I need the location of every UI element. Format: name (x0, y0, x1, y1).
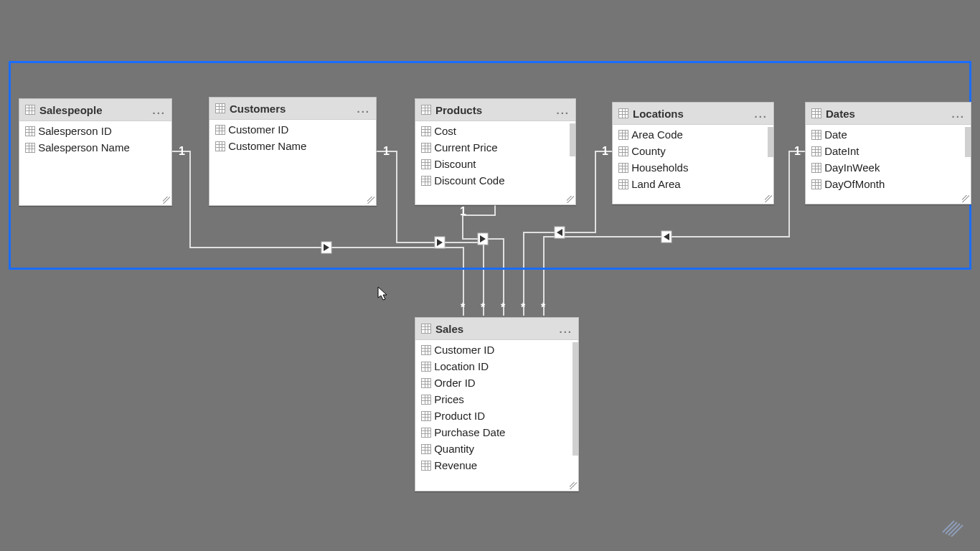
field-label: Date (824, 128, 847, 141)
field-label: Quantity (434, 443, 474, 455)
model-canvas[interactable]: 1 1 1 1 1 * * * * * Salespeople ... Sale… (0, 0, 980, 551)
column-icon (811, 146, 821, 156)
column-icon (421, 126, 431, 136)
field-row[interactable]: County (613, 143, 773, 159)
cardinality-customers-one: 1 (383, 145, 390, 157)
entity-sales[interactable]: Sales ... Customer ID Location ID Order … (415, 317, 579, 491)
field-row[interactable]: Date (806, 126, 971, 143)
field-row[interactable]: Area Code (613, 126, 773, 143)
svg-rect-4 (478, 233, 488, 245)
entity-body: Area Code County Households Land Area (613, 125, 773, 205)
cardinality-dates-one: 1 (794, 145, 801, 157)
field-label: County (631, 145, 666, 157)
field-label: Customer Name (228, 140, 306, 152)
entity-products[interactable]: Products ... Cost Current Price Discount… (415, 98, 576, 205)
entity-header[interactable]: Salespeople ... (19, 99, 171, 121)
entity-header[interactable]: Locations ... (613, 103, 773, 125)
scrollbar-thumb[interactable] (768, 127, 773, 157)
resize-handle[interactable] (765, 195, 772, 202)
field-row[interactable]: Salesperson ID (19, 123, 171, 139)
column-icon (421, 362, 431, 372)
field-row[interactable]: DateInt (806, 143, 971, 159)
entity-header[interactable]: Dates ... (806, 103, 971, 125)
field-label: DayOfMonth (824, 178, 885, 190)
field-label: Location ID (434, 360, 489, 372)
entity-customers[interactable]: Customers ... Customer ID Customer Name (209, 97, 377, 206)
field-label: Area Code (631, 128, 683, 141)
field-row[interactable]: Customer ID (209, 121, 376, 138)
field-row[interactable]: Households (613, 159, 773, 176)
entity-title: Dates (826, 108, 951, 120)
resize-handle[interactable] (570, 482, 577, 489)
field-row[interactable]: Salesperson Name (19, 139, 171, 156)
scrollbar-thumb[interactable] (570, 123, 575, 156)
entity-body: Salesperson ID Salesperson Name (19, 121, 171, 157)
entity-header[interactable]: Customers ... (209, 98, 376, 120)
entity-title: Sales (435, 323, 559, 335)
column-icon (811, 130, 821, 140)
field-row[interactable]: Prices (415, 391, 578, 408)
field-row[interactable]: Land Area (613, 176, 773, 192)
field-row[interactable]: DayInWeek (806, 159, 971, 176)
svg-rect-6 (555, 227, 565, 238)
column-icon (618, 130, 628, 140)
column-icon (215, 141, 225, 151)
column-icon (811, 179, 821, 189)
column-icon (421, 428, 431, 438)
entity-dates[interactable]: Dates ... Date DateInt DayInWeek DayOfMo… (805, 102, 971, 204)
field-label: Land Area (631, 178, 680, 190)
scrollbar-thumb[interactable] (573, 342, 578, 456)
field-row[interactable]: DayOfMonth (806, 176, 971, 192)
column-icon (25, 126, 35, 136)
entity-menu-button[interactable]: ... (559, 323, 574, 335)
field-row[interactable]: Customer Name (209, 138, 376, 154)
entity-salespeople[interactable]: Salespeople ... Salesperson ID Salespers… (19, 98, 172, 206)
entity-body: Customer ID Location ID Order ID Prices … (415, 340, 578, 492)
field-row[interactable]: Current Price (415, 139, 575, 156)
field-row[interactable]: Revenue (415, 457, 578, 474)
resize-handle[interactable] (367, 197, 374, 204)
field-row[interactable]: Discount Code (415, 172, 575, 189)
resize-handle[interactable] (163, 197, 170, 204)
column-icon (811, 163, 821, 173)
table-icon (25, 105, 35, 115)
field-label: DayInWeek (824, 161, 880, 174)
column-icon (25, 143, 35, 153)
entity-menu-button[interactable]: ... (951, 108, 966, 120)
resize-handle[interactable] (962, 195, 969, 202)
field-row[interactable]: Discount (415, 156, 575, 172)
entity-menu-button[interactable]: ... (357, 103, 372, 115)
field-row[interactable]: Cost (415, 123, 575, 139)
field-label: Current Price (434, 141, 497, 154)
entity-menu-button[interactable]: ... (754, 108, 769, 120)
field-row[interactable]: Order ID (415, 375, 578, 391)
entity-title: Products (435, 104, 556, 116)
field-row[interactable]: Location ID (415, 358, 578, 375)
entity-header[interactable]: Products ... (415, 99, 575, 121)
field-label: Customer ID (228, 123, 288, 136)
field-label: Cost (434, 125, 456, 137)
cardinality-many: * (541, 301, 546, 314)
resize-handle[interactable] (567, 196, 574, 203)
column-icon (618, 163, 628, 173)
column-icon (421, 159, 431, 169)
svg-marker-9 (664, 233, 669, 240)
entity-locations[interactable]: Locations ... Area Code County Household… (612, 102, 774, 204)
entity-menu-button[interactable]: ... (556, 104, 571, 116)
entity-header[interactable]: Sales ... (415, 318, 578, 340)
field-row[interactable]: Customer ID (415, 342, 578, 358)
entity-title: Salespeople (39, 104, 152, 116)
scrollbar-thumb[interactable] (965, 127, 971, 157)
svg-rect-0 (321, 242, 331, 253)
column-icon (421, 345, 431, 355)
column-icon (618, 146, 628, 156)
field-row[interactable]: Product ID (415, 408, 578, 424)
field-label: Salesperson Name (38, 141, 130, 154)
field-row[interactable]: Quantity (415, 441, 578, 457)
field-row[interactable]: Purchase Date (415, 424, 578, 441)
field-label: Product ID (434, 410, 485, 422)
entity-menu-button[interactable]: ... (152, 104, 167, 116)
svg-marker-7 (557, 229, 562, 236)
column-icon (215, 125, 225, 135)
entity-body: Customer ID Customer Name (209, 120, 376, 156)
